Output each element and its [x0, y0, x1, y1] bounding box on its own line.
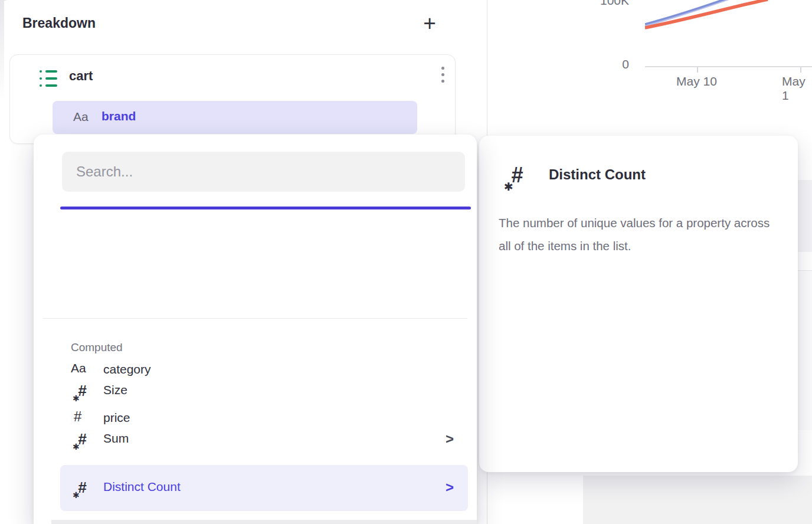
page-edge-shadow: [0, 0, 4, 100]
dropdown-footer-divider: [51, 520, 477, 524]
group-name: cart: [69, 68, 93, 84]
dropdown-divider: [43, 318, 467, 319]
computed-number-icon: # ✱: [505, 163, 532, 189]
breakdown-property-pill[interactable]: Aa brand: [53, 101, 417, 134]
selected-item-indicator: [60, 207, 471, 209]
background-section: [583, 476, 812, 524]
dropdown-item-size[interactable]: # ✱ Size: [60, 374, 468, 409]
computed-number-icon: # ✱: [74, 382, 94, 401]
chart-line-series: [645, 0, 812, 34]
list-property-icon: [40, 70, 57, 87]
chart-y-label-100k: 100K: [594, 0, 629, 8]
computed-section-label: Computed: [71, 341, 123, 354]
chart-tick: [697, 67, 698, 73]
kebab-menu-icon[interactable]: [434, 63, 451, 93]
property-name: brand: [102, 109, 136, 123]
breakdown-title: Breakdown: [22, 15, 96, 31]
tooltip-body: The number of unique values for a proper…: [499, 211, 777, 257]
chart-x-label-may10: May 10: [676, 74, 717, 89]
chart-x-label-may1: May 1: [782, 74, 812, 103]
computed-number-icon: # ✱: [74, 430, 94, 449]
dropdown-item-distinct-count[interactable]: # ✱ Distinct Count >: [60, 465, 468, 511]
breakdown-group-card: cart Aa brand: [9, 54, 456, 144]
search-input[interactable]: [62, 152, 465, 192]
property-dropdown: Aa category # price Computed # ✱ Size # …: [34, 135, 477, 524]
distinct-count-tooltip: # ✱ Distinct Count The number of unique …: [479, 136, 798, 472]
chevron-right-icon: >: [446, 431, 454, 447]
chart-x-axis: [645, 66, 812, 67]
computed-number-icon: # ✱: [74, 479, 94, 497]
dropdown-item-sum[interactable]: # ✱ Sum >: [60, 422, 468, 457]
app-root: 100K 0 May 10 May 1 Breakdown + cart: [0, 0, 812, 524]
text-type-icon: Aa: [73, 110, 89, 124]
chart-tick: [800, 67, 801, 73]
group-row-cart[interactable]: cart: [10, 55, 455, 101]
chevron-right-icon: >: [446, 479, 454, 496]
add-breakdown-button[interactable]: +: [417, 11, 443, 37]
chart-y-label-0: 0: [594, 57, 629, 71]
tooltip-title: Distinct Count: [549, 166, 646, 183]
